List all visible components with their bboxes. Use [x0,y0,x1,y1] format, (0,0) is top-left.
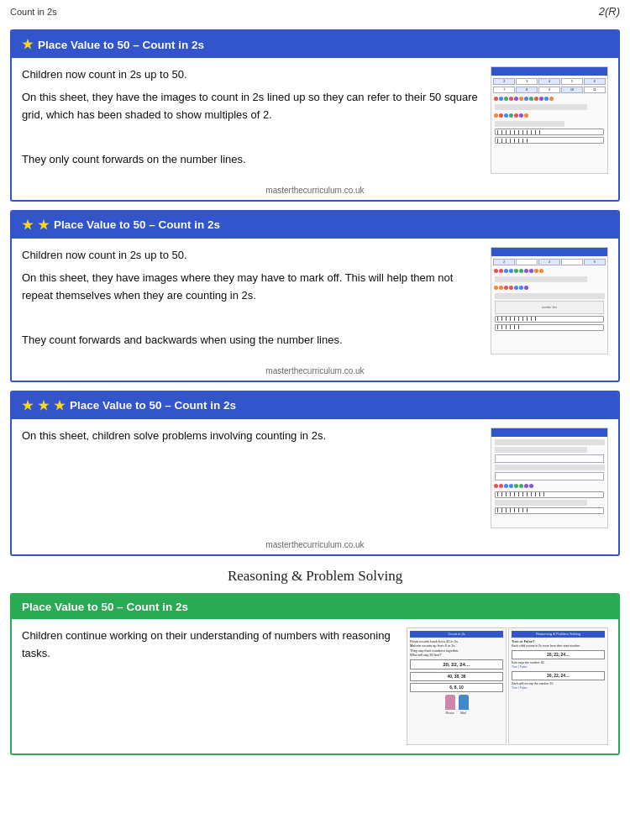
rps-number-display-2: 40, 38, 36 [410,672,503,681]
section-2-text: Children now count in 2s up to 50. On th… [22,247,482,354]
section-1-text: Children now count in 2s up to 50. On th… [22,66,482,174]
s1-p2: On this sheet, they have the images to c… [22,89,482,124]
section-2-footer: masterthecurriculum.co.uk [12,363,618,381]
section-1-thumbnail: 2 3 4 5 6 7 8 9 10 11 [491,66,608,174]
s1-p4: They only count forwards on the number l… [22,151,482,169]
s3-p1: On this sheet, children solve problems i… [22,428,482,445]
star-2a: ★ [22,218,33,233]
rps-tf-2: 20, 22, 24… [512,671,605,680]
s1-p1: Children now count in 2s up to 50. [22,66,482,84]
star-2b: ★ [38,218,49,233]
section-2-card: ★ ★ Place Value to 50 – Count in 2s Chil… [10,210,620,382]
star-3c: ★ [54,398,65,413]
rps-tf-1: 20, 22, 24… [512,650,605,659]
rps-panel-right: Reasoning & Problem Solving True or Fals… [508,627,608,745]
page-title-left: Count in 2s [10,7,57,17]
rps-thumbnail: Count in 2s Rosie counts back from 40 in… [407,627,608,745]
section-3-thumbnail [491,428,608,528]
star-1: ★ [22,37,33,52]
rps-section-text: Children continue working on their under… [22,627,407,745]
section-3-body: On this sheet, children solve problems i… [12,419,618,537]
section-2-header: ★ ★ Place Value to 50 – Count in 2s [12,212,618,239]
section-3-footer: masterthecurriculum.co.uk [12,537,618,554]
s2-p4: They count forwards and backwards when u… [22,332,482,349]
rps-p1: Children continue working on their under… [22,627,407,663]
rps-section-header: Place Value to 50 – Count in 2s [12,595,618,619]
star-3a: ★ [22,398,33,413]
section-2-title: Place Value to 50 – Count in 2s [54,218,220,231]
section-1-header: ★ Place Value to 50 – Count in 2s [12,31,618,58]
rps-section-body: Children continue working on their under… [12,619,618,753]
rps-number-display-1: 20, 22, 24… [410,659,503,669]
rps-panel-left: Count in 2s Rosie counts back from 40 in… [407,627,507,745]
s2-p1: Children now count in 2s up to 50. [22,247,482,265]
section-3-text: On this sheet, children solve problems i… [22,428,482,528]
section-3-header: ★ ★ ★ Place Value to 50 – Count in 2s [12,392,618,419]
section-2-body: Children now count in 2s up to 50. On th… [12,239,618,363]
rps-panel-left-title: Count in 2s [410,631,503,638]
star-3b: ★ [38,398,49,413]
section-3-card: ★ ★ ★ Place Value to 50 – Count in 2s On… [10,391,620,556]
section-1-title: Place Value to 50 – Count in 2s [38,39,204,51]
rps-panel-right-title: Reasoning & Problem Solving [512,631,605,638]
s2-p3 [22,309,482,327]
s1-p3 [22,129,482,146]
rps-section-title: Place Value to 50 – Count in 2s [22,601,188,613]
page-title-right: 2(R) [599,5,620,18]
section-3-title: Place Value to 50 – Count in 2s [70,399,236,412]
rps-number-display-3: 6, 8, 10 [410,683,503,692]
page-header: Count in 2s 2(R) [0,0,630,21]
section-1-footer: masterthecurriculum.co.uk [12,182,618,200]
rps-section-card: Place Value to 50 – Count in 2s Children… [10,593,620,755]
section-1-body: Children now count in 2s up to 50. On th… [12,58,618,182]
rps-title: Reasoning & Problem Solving [0,568,630,585]
section-1-card: ★ Place Value to 50 – Count in 2s Childr… [10,29,620,202]
section-2-thumbnail: 2 4 6 [491,247,608,354]
s2-p2: On this sheet, they have images where th… [22,270,482,305]
